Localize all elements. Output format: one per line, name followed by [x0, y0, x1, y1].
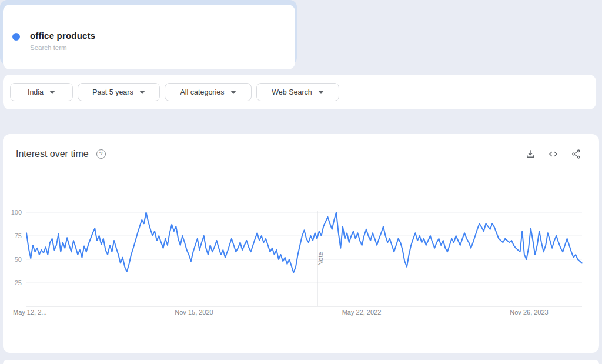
x-tick-label: May 22, 2022 [342, 309, 382, 316]
chevron-down-icon [230, 91, 236, 94]
google-trends-page: office products Search term + Compare In… [0, 0, 602, 364]
x-tick-label: Nov 15, 2020 [175, 309, 213, 316]
note-marker-label: Note [317, 252, 324, 265]
y-tick-label: 25 [15, 279, 22, 286]
country-filter-dropdown[interactable]: India [10, 83, 73, 101]
chevron-down-icon [318, 91, 324, 94]
chart-header: Interest over time ? [16, 149, 581, 159]
search-term-type: Search term [30, 44, 67, 51]
chart-actions [525, 149, 581, 159]
chevron-down-icon [49, 91, 55, 94]
help-icon[interactable]: ? [96, 149, 106, 159]
time-range-filter-label: Past 5 years [92, 88, 133, 96]
next-card-top-edge [3, 360, 599, 364]
y-tick-label: 50 [15, 256, 22, 263]
interest-over-time-chart: 100755025NoteMay 12, 2...Nov 15, 2020May… [3, 203, 599, 320]
x-tick-label: May 12, 2... [13, 309, 46, 316]
filter-bar: India Past 5 years All categories Web Se… [3, 75, 596, 109]
country-filter-label: India [28, 88, 44, 96]
y-tick-label: 100 [11, 209, 22, 216]
trend-line [26, 212, 582, 272]
chart-title: Interest over time [16, 149, 89, 159]
search-type-filter-dropdown[interactable]: Web Search [256, 83, 339, 101]
search-term: office products [30, 31, 95, 41]
category-filter-label: All categories [180, 88, 224, 96]
search-type-filter-label: Web Search [272, 88, 312, 96]
download-icon[interactable] [525, 149, 536, 159]
search-term-card[interactable]: office products Search term [3, 5, 295, 69]
embed-icon[interactable] [548, 149, 558, 159]
category-filter-dropdown[interactable]: All categories [165, 83, 252, 101]
x-tick-label: Nov 26, 2023 [510, 309, 548, 316]
interest-over-time-card: Interest over time ? [3, 134, 599, 353]
share-icon[interactable] [571, 149, 581, 159]
y-tick-label: 75 [15, 232, 22, 239]
time-range-filter-dropdown[interactable]: Past 5 years [78, 83, 160, 101]
series-color-dot [12, 33, 20, 41]
chevron-down-icon [139, 91, 145, 94]
